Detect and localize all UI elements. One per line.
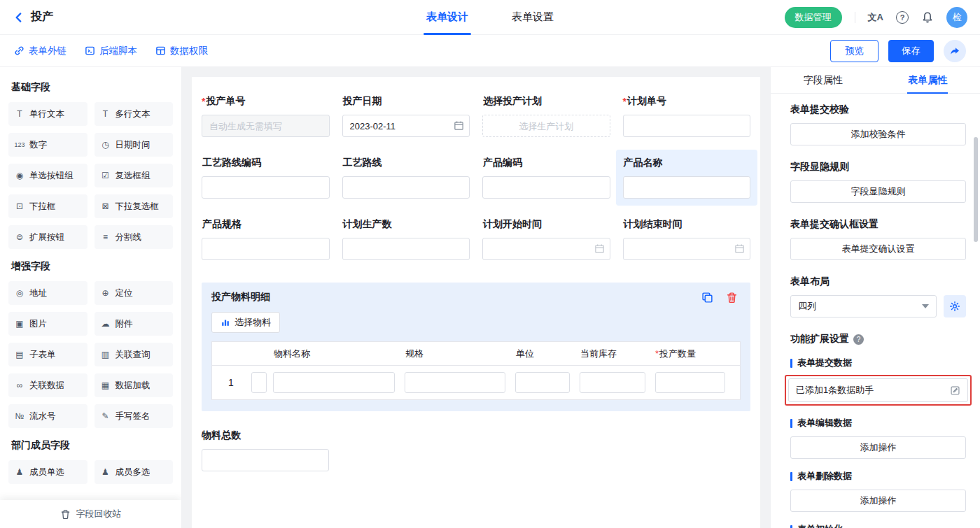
- tab-form-properties[interactable]: 表单属性: [876, 67, 980, 93]
- user-avatar[interactable]: 检: [946, 7, 967, 28]
- sidebar-field-radio-group[interactable]: ◉单选按钮组: [8, 164, 88, 187]
- material-total-input[interactable]: [202, 449, 329, 471]
- sidebar-field-multi-line-text[interactable]: T多行文本: [94, 102, 174, 126]
- spec-input[interactable]: [405, 372, 505, 393]
- sidebar-field-select[interactable]: ⊡下拉框: [8, 194, 88, 218]
- edit-data-add-button[interactable]: 添加操作: [790, 436, 966, 459]
- enhanced-fields-grid: ◎地址 ⊕定位 ▣图片 ☁附件 ▤子表单 ▥关联查询 ∞关联数据 ▦数据加载 №…: [8, 281, 173, 428]
- field-route-code[interactable]: 工艺路线编码: [202, 157, 330, 199]
- plan-end-input[interactable]: [623, 238, 751, 260]
- data-manage-button[interactable]: 数据管理: [785, 7, 842, 28]
- sidebar-field-serial-number[interactable]: №流水号: [8, 404, 88, 428]
- label-text: 计划结束时间: [624, 218, 682, 231]
- delete-data-add-button[interactable]: 添加操作: [790, 490, 966, 512]
- sidebar-field-multi-select[interactable]: ⊠下拉复选框: [94, 194, 174, 218]
- unit-input[interactable]: [515, 372, 570, 393]
- sidebar-field-member-single[interactable]: ♟成员单选: [8, 460, 88, 484]
- help-icon[interactable]: ?: [896, 11, 909, 24]
- copy-icon[interactable]: [701, 292, 713, 304]
- panel-scrollbar[interactable]: [974, 137, 978, 242]
- field-select-plan[interactable]: 选择投产计划: [482, 95, 610, 137]
- checkbox-icon: ☑: [100, 171, 111, 180]
- layout-settings-button[interactable]: [944, 295, 966, 317]
- header-left: 投产: [13, 10, 53, 24]
- sidebar-field-address[interactable]: ◎地址: [8, 281, 88, 305]
- data-permission-button[interactable]: 数据权限: [155, 45, 208, 57]
- backend-script-button[interactable]: 后端脚本: [85, 45, 137, 57]
- sidebar-field-divider-line[interactable]: ≡分割线: [94, 225, 174, 249]
- edit-icon[interactable]: [950, 385, 960, 396]
- plan-start-input[interactable]: [482, 238, 610, 260]
- tab-form-design[interactable]: 表单设计: [426, 0, 468, 35]
- field-production-order-no[interactable]: *投产单号: [202, 95, 330, 137]
- field-product-code[interactable]: 产品编码: [482, 157, 610, 199]
- select-plan-input[interactable]: [482, 115, 610, 137]
- left-sidebar: 基础字段 T单行文本 T多行文本 123数字 ◷日期时间 ◉单选按钮组 ☑复选框…: [0, 67, 182, 528]
- field-product-spec[interactable]: 产品规格: [202, 218, 330, 260]
- field-plan-start-time[interactable]: 计划开始时间: [482, 218, 610, 260]
- sidebar-field-checkbox-group[interactable]: ☑复选框组: [94, 164, 174, 187]
- field-plan-no[interactable]: *计划单号: [623, 95, 751, 137]
- chevron-left-icon: [13, 11, 25, 24]
- select-material-button[interactable]: 选择物料: [211, 312, 280, 333]
- add-validation-button[interactable]: 添加校验条件: [790, 123, 966, 145]
- stock-input[interactable]: [580, 372, 645, 393]
- tab-field-properties[interactable]: 字段属性: [771, 67, 876, 93]
- sidebar-field-member-multi[interactable]: ♟成员多选: [94, 460, 174, 484]
- sidebar-field-geolocation[interactable]: ⊕定位: [94, 281, 174, 305]
- qty-input[interactable]: [655, 372, 725, 393]
- sidebar-field-subform[interactable]: ▤子表单: [8, 343, 88, 366]
- sidebar-field-number[interactable]: 123数字: [8, 133, 88, 157]
- serial-number-icon: №: [14, 411, 25, 421]
- field-route[interactable]: 工艺路线: [342, 157, 470, 199]
- sidebar-field-extend-button[interactable]: ⊜扩展按钮: [8, 225, 88, 249]
- field-production-date[interactable]: 投产日期: [342, 95, 470, 137]
- delete-icon[interactable]: [726, 292, 738, 304]
- sidebar-field-single-line-text[interactable]: T单行文本: [8, 102, 88, 126]
- multi-dropdown-icon: ⊠: [100, 201, 111, 211]
- plan-no-input[interactable]: [623, 115, 751, 137]
- field-plan-qty[interactable]: 计划生产数: [342, 218, 470, 260]
- clock-icon: ◷: [100, 140, 111, 150]
- subform-material-detail[interactable]: 投产物料明细 选择物料: [202, 283, 750, 411]
- sidebar-field-relation-query[interactable]: ▥关联查询: [94, 343, 174, 366]
- sidebar-field-data-load[interactable]: ▦数据加载: [94, 373, 174, 397]
- translate-icon[interactable]: 文A: [868, 11, 883, 24]
- production-order-no-input[interactable]: [202, 115, 330, 137]
- preview-button[interactable]: 预览: [830, 40, 878, 62]
- external-link-button[interactable]: 表单外链: [14, 45, 66, 57]
- help-circle-icon[interactable]: ?: [853, 334, 864, 345]
- row-handle-input[interactable]: [251, 372, 267, 393]
- layout-select[interactable]: 四列: [790, 295, 937, 317]
- route-code-input[interactable]: [202, 176, 330, 199]
- sidebar-field-relation-data[interactable]: ∞关联数据: [8, 373, 88, 397]
- tab-form-settings[interactable]: 表单设置: [512, 0, 554, 35]
- sidebar-field-attachment[interactable]: ☁附件: [94, 312, 174, 336]
- production-date-input[interactable]: [342, 115, 470, 137]
- product-name-input[interactable]: [623, 176, 751, 199]
- product-spec-input[interactable]: [202, 238, 330, 260]
- subform-table-header: 物料名称 规格 单位 当前库存 *投产数量: [212, 342, 740, 366]
- field-item-label: 分割线: [115, 231, 142, 243]
- field-label: 计划结束时间: [623, 218, 751, 231]
- field-item-label: 图片: [29, 318, 47, 330]
- notification-bell-icon[interactable]: [921, 11, 934, 24]
- save-button[interactable]: 保存: [888, 40, 934, 62]
- sidebar-field-image[interactable]: ▣图片: [8, 312, 88, 336]
- product-code-input[interactable]: [482, 176, 610, 199]
- plan-qty-input[interactable]: [342, 238, 470, 260]
- data-assistant-field[interactable]: 已添加1条数据助手: [788, 378, 968, 402]
- route-input[interactable]: [342, 176, 470, 199]
- sidebar-field-signature[interactable]: ✎手写签名: [94, 404, 174, 428]
- submit-confirm-button[interactable]: 表单提交确认设置: [790, 238, 966, 260]
- sidebar-field-datetime[interactable]: ◷日期时间: [94, 133, 174, 157]
- field-recycle-bin[interactable]: 字段回收站: [0, 500, 181, 528]
- material-name-input[interactable]: [273, 372, 395, 393]
- field-material-total[interactable]: 物料总数: [202, 429, 329, 471]
- visibility-rules-button[interactable]: 字段显隐规则: [790, 180, 966, 203]
- field-item-label: 下拉复选框: [115, 201, 160, 213]
- back-button[interactable]: [13, 11, 25, 24]
- share-button[interactable]: [944, 40, 966, 62]
- field-product-name[interactable]: 产品名称: [623, 157, 751, 199]
- field-plan-end-time[interactable]: 计划结束时间: [623, 218, 751, 260]
